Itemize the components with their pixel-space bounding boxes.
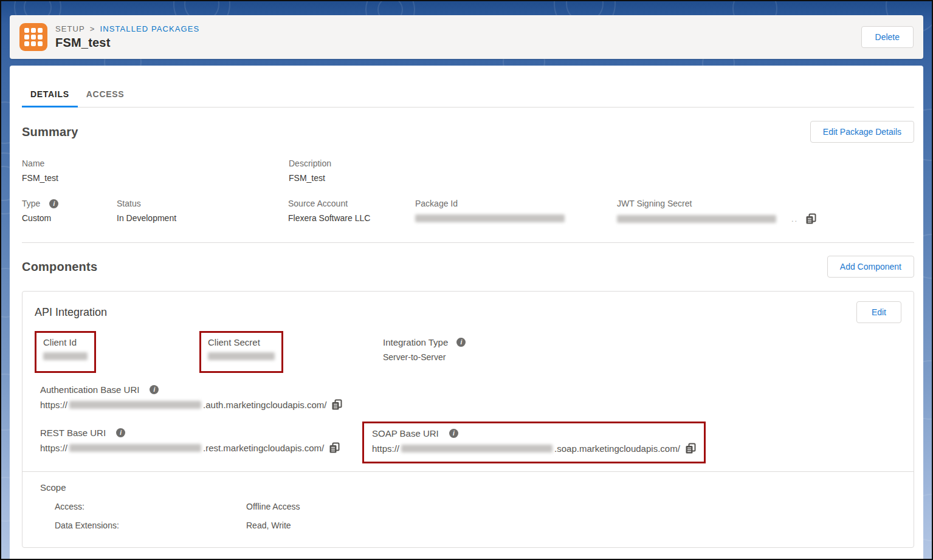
soap-base-uri-annotation-box: SOAP Base URI i https:// .soap.marketing… [362, 422, 706, 463]
tab-access[interactable]: ACCESS [78, 83, 133, 107]
rest-uri-prefix: https:// [40, 443, 67, 453]
package-detail-card: DETAILS ACCESS Summary Edit Package Deta… [10, 66, 923, 559]
type-value: Custom [22, 213, 117, 223]
components-heading: Components [22, 260, 97, 274]
source-account-label: Source Account [288, 199, 415, 208]
soap-base-uri-info-icon[interactable]: i [449, 429, 458, 438]
client-id-label: Client Id [43, 337, 88, 347]
rest-base-uri-info-icon[interactable]: i [116, 428, 125, 437]
copy-icon[interactable] [331, 399, 342, 410]
breadcrumb-setup[interactable]: SETUP [55, 24, 85, 33]
soap-uri-suffix: .soap.marketingcloudapis.com/ [554, 443, 680, 454]
auth-uri-redacted-segment [69, 401, 201, 409]
data-extensions-label: Data Extensions: [55, 521, 246, 530]
field-jwt-signing-secret: JWT Signing Secret .. [617, 199, 816, 224]
field-status: Status In Development [117, 199, 288, 224]
breadcrumb-installed-packages-link[interactable]: INSTALLED PACKAGES [100, 24, 200, 33]
soap-uri-redacted-segment [401, 445, 553, 452]
integration-type-value: Server-to-Server [383, 352, 466, 362]
access-label: Access: [55, 502, 246, 511]
copy-icon[interactable] [805, 213, 816, 224]
soap-base-uri-label: SOAP Base URI [372, 428, 439, 439]
breadcrumb: SETUP > INSTALLED PACKAGES [55, 24, 199, 33]
add-component-button[interactable]: Add Component [827, 256, 914, 278]
description-label: Description [289, 159, 331, 168]
tab-bar: DETAILS ACCESS [22, 66, 914, 108]
access-value: Offline Access [246, 502, 300, 511]
tab-details[interactable]: DETAILS [22, 83, 78, 107]
field-name: Name FSM_test [22, 159, 289, 183]
page-header: SETUP > INSTALLED PACKAGES FSM_test Dele… [10, 15, 923, 59]
edit-api-integration-button[interactable]: Edit [856, 301, 901, 323]
field-rest-base-uri: REST Base URI i https:// .rest.marketing… [40, 428, 362, 453]
name-value: FSM_test [22, 173, 289, 183]
api-integration-title: API Integration [35, 306, 107, 319]
components-section: Components Add Component API Integration… [22, 256, 914, 548]
jwt-signing-secret-label: JWT Signing Secret [617, 199, 816, 208]
summary-section: Summary Edit Package Details Name FSM_te… [22, 121, 914, 224]
package-id-redacted-value [415, 214, 565, 222]
rest-uri-suffix: .rest.marketingcloudapis.com/ [203, 443, 324, 453]
jwt-redacted-value [617, 215, 776, 223]
type-label: Type [22, 199, 40, 208]
copy-icon[interactable] [329, 442, 340, 453]
integration-type-info-icon[interactable]: i [456, 338, 466, 347]
status-label: Status [117, 199, 288, 208]
data-extensions-value: Read, Write [246, 521, 291, 530]
field-integration-type: Integration Type i Server-to-Server [383, 337, 466, 362]
field-package-id: Package Id [415, 199, 617, 224]
summary-heading: Summary [22, 125, 78, 139]
auth-base-uri-label: Authentication Base URI [40, 384, 139, 395]
package-id-label: Package Id [415, 199, 617, 208]
field-source-account: Source Account Flexera Software LLC [288, 199, 415, 224]
rest-uri-redacted-segment [69, 444, 201, 452]
source-account-value: Flexera Software LLC [288, 213, 415, 223]
scope-label: Scope [40, 482, 901, 493]
auth-uri-suffix: .auth.marketingcloudapis.com/ [203, 400, 326, 410]
integration-type-label: Integration Type [383, 337, 448, 347]
api-integration-card: API Integration Edit Client Id Client Se… [22, 291, 914, 548]
copy-icon[interactable] [685, 443, 696, 454]
page-title: FSM_test [55, 36, 199, 50]
installed-packages-grid-icon [19, 23, 47, 51]
name-label: Name [22, 159, 289, 168]
client-secret-annotation-box: Client Secret [199, 331, 283, 373]
edit-package-details-button[interactable]: Edit Package Details [810, 121, 914, 143]
header-text-block: SETUP > INSTALLED PACKAGES FSM_test [55, 24, 199, 50]
status-value: In Development [117, 213, 288, 223]
field-authentication-base-uri: Authentication Base URI i https:// .auth… [40, 384, 901, 410]
auth-base-uri-info-icon[interactable]: i [150, 385, 159, 394]
page-background: SETUP > INSTALLED PACKAGES FSM_test Dele… [0, 0, 933, 560]
client-id-redacted-value [43, 352, 88, 360]
delete-button[interactable]: Delete [861, 26, 914, 48]
scope-section: Scope Access: Offline Access Data Extens… [35, 472, 901, 547]
scope-row-data-extensions: Data Extensions: Read, Write [40, 521, 901, 530]
client-secret-redacted-value [208, 352, 275, 360]
type-info-icon[interactable]: i [49, 199, 58, 208]
auth-uri-prefix: https:// [40, 400, 67, 410]
client-secret-label: Client Secret [208, 337, 275, 347]
scope-row-access: Access: Offline Access [40, 502, 901, 511]
rest-base-uri-label: REST Base URI [40, 428, 106, 438]
soap-uri-prefix: https:// [372, 443, 399, 454]
client-id-annotation-box: Client Id [35, 331, 96, 373]
field-description: Description FSM_test [289, 159, 331, 183]
field-type: Type i Custom [22, 199, 117, 224]
jwt-truncation-ellipsis: .. [791, 214, 798, 224]
description-value: FSM_test [289, 173, 331, 183]
summary-components-divider [22, 242, 914, 243]
breadcrumb-separator: > [90, 24, 95, 33]
